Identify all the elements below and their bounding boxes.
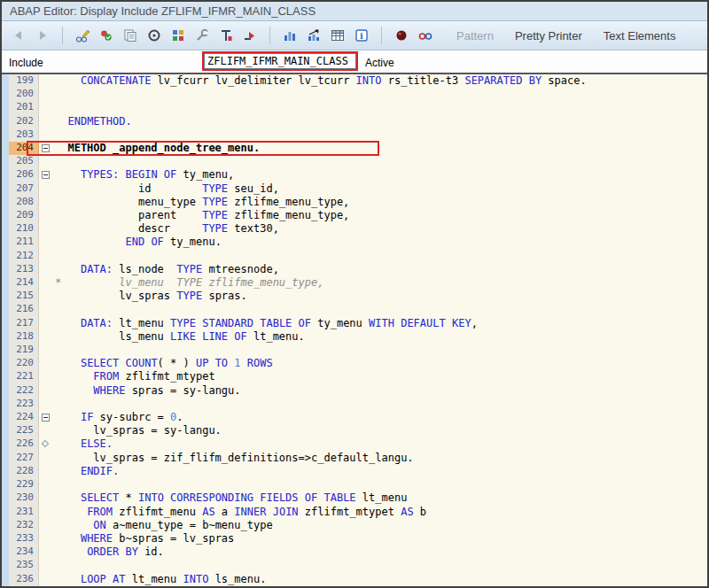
pretty-printer-button[interactable]: Pretty Printer (515, 29, 582, 43)
line-number[interactable]: 207 (9, 182, 39, 196)
line-number[interactable]: 202 (9, 115, 39, 128)
line-number[interactable]: 200 (9, 88, 39, 101)
line-number[interactable]: 206 (9, 168, 39, 182)
code-text[interactable]: menu_type TYPE zflifme_menu_type, (55, 196, 707, 209)
runtime-analysis-icon[interactable] (282, 27, 298, 43)
code-text[interactable]: ELSE. (55, 437, 707, 451)
breakpoint-icon[interactable] (393, 27, 409, 43)
check-icon[interactable] (98, 27, 114, 43)
line-number[interactable]: 236 (9, 573, 39, 586)
fold-collapse-icon[interactable] (42, 171, 50, 179)
text-elements-button[interactable]: Text Elements (604, 29, 676, 43)
code-text[interactable]: SELECT * INTO CORRESPONDING FIELDS OF TA… (55, 491, 707, 505)
code-text[interactable] (55, 559, 707, 572)
code-text[interactable]: ENDIF. (55, 465, 707, 478)
code-text[interactable]: WHERE b~spras = lv_spras (55, 532, 707, 545)
line-number[interactable]: 231 (9, 506, 39, 519)
external-breakpoint-icon[interactable] (417, 27, 433, 43)
code-text[interactable]: ENDMETHOD. (55, 115, 707, 128)
info-icon[interactable]: i (354, 27, 370, 43)
line-number[interactable]: 232 (9, 519, 39, 532)
line-number[interactable]: 213 (9, 263, 39, 276)
code-text[interactable] (55, 398, 707, 411)
code-text[interactable]: ls_menu LIKE LINE OF lt_menu. (55, 330, 707, 344)
line-number[interactable]: 226 (9, 437, 39, 451)
code-text[interactable]: FROM zflifmt_mtypet (55, 370, 707, 383)
code-text[interactable] (55, 303, 707, 316)
line-number[interactable]: 220 (9, 357, 39, 370)
line-number[interactable]: 228 (9, 465, 39, 478)
code-text[interactable] (55, 128, 707, 142)
code-text[interactable]: CONCATENATE lv_fcurr lv_delimiter lv_tcu… (55, 74, 707, 88)
line-number[interactable]: 212 (9, 250, 39, 263)
code-text[interactable]: IF sy-subrc = 0. (55, 411, 707, 424)
code-text[interactable]: WHERE spras = sy-langu. (55, 384, 707, 398)
line-number[interactable]: 235 (9, 559, 39, 572)
line-number[interactable]: 224 (9, 411, 39, 424)
code-text[interactable] (55, 344, 707, 357)
line-number[interactable]: 222 (9, 384, 39, 398)
line-number[interactable]: 205 (9, 155, 39, 168)
line-number[interactable]: 201 (9, 101, 39, 114)
display-change-icon[interactable] (74, 27, 90, 43)
where-used-icon[interactable] (146, 27, 162, 43)
code-text[interactable]: DATA: ls_node TYPE mtreesnode, (55, 263, 707, 276)
line-number[interactable]: 217 (9, 317, 39, 330)
performance-icon[interactable] (306, 27, 322, 43)
line-number[interactable]: 203 (9, 128, 39, 142)
line-number[interactable]: 208 (9, 196, 39, 209)
code-text[interactable]: DATA: lt_menu TYPE STANDARD TABLE OF ty_… (55, 317, 707, 330)
code-area[interactable]: 199 CONCATENATE lv_fcurr lv_delimiter lv… (9, 74, 707, 586)
code-text[interactable]: lv_spras = zif_flifm_definitions=>c_defa… (55, 452, 707, 465)
code-text[interactable]: id TYPE seu_id, (55, 182, 707, 196)
code-text[interactable]: ON a~menu_type = b~menu_type (55, 519, 707, 532)
fold-collapse-icon[interactable] (42, 144, 50, 152)
copy-icon[interactable] (122, 27, 138, 43)
back-icon[interactable] (11, 27, 27, 43)
code-text[interactable] (55, 88, 707, 101)
line-number[interactable]: 229 (9, 478, 39, 491)
table-icon[interactable] (330, 27, 346, 43)
code-text[interactable]: parent TYPE zflifme_menu_type, (55, 209, 707, 222)
forward-icon[interactable] (35, 27, 51, 43)
code-text[interactable]: FROM zflifmt_menu AS a INNER JOIN zflifm… (55, 506, 707, 519)
line-number[interactable]: 211 (9, 236, 39, 249)
code-text[interactable]: ORDER BY id. (55, 545, 707, 559)
code-text[interactable]: * lv_menu TYPE zflifme_menu_type, (55, 276, 707, 290)
object-list-icon[interactable] (170, 27, 186, 43)
line-number[interactable]: 230 (9, 491, 39, 505)
line-number[interactable]: 234 (9, 545, 39, 559)
code-text[interactable] (55, 101, 707, 114)
line-number[interactable]: 214 (9, 276, 39, 290)
code-text[interactable]: END OF ty_menu. (55, 236, 707, 249)
code-text[interactable]: METHOD _append_node_tree_menu. (55, 142, 707, 155)
code-text[interactable]: lv_spras TYPE spras. (55, 290, 707, 303)
code-text[interactable]: TYPES: BEGIN OF ty_menu, (55, 168, 707, 182)
insert-statement-icon[interactable] (218, 27, 234, 43)
code-text[interactable] (55, 155, 707, 168)
line-number[interactable]: 221 (9, 370, 39, 383)
line-number[interactable]: 210 (9, 222, 39, 236)
line-number[interactable]: 204 (9, 142, 39, 155)
line-number[interactable]: 227 (9, 452, 39, 465)
code-text[interactable]: lv_spras = sy-langu. (55, 424, 707, 437)
include-input[interactable] (204, 53, 356, 69)
line-number[interactable]: 199 (9, 74, 39, 88)
goto-icon[interactable] (242, 27, 258, 43)
code-text[interactable] (55, 478, 707, 491)
line-number[interactable]: 215 (9, 290, 39, 303)
line-number[interactable]: 209 (9, 209, 39, 222)
code-text[interactable]: descr TYPE text30, (55, 222, 707, 236)
line-number[interactable]: 219 (9, 344, 39, 357)
code-text[interactable]: SELECT COUNT( * ) UP TO 1 ROWS (55, 357, 707, 370)
line-number[interactable]: 233 (9, 532, 39, 545)
line-number[interactable]: 223 (9, 398, 39, 411)
test-icon[interactable] (194, 27, 210, 43)
line-number[interactable]: 216 (9, 303, 39, 316)
line-number[interactable]: 218 (9, 330, 39, 344)
fold-collapse-icon[interactable] (42, 414, 50, 422)
code-text[interactable]: LOOP AT lt_menu INTO ls_menu. (55, 573, 707, 586)
code-text[interactable] (55, 250, 707, 263)
line-number[interactable]: 225 (9, 424, 39, 437)
pattern-button[interactable]: Pattern (456, 29, 494, 43)
